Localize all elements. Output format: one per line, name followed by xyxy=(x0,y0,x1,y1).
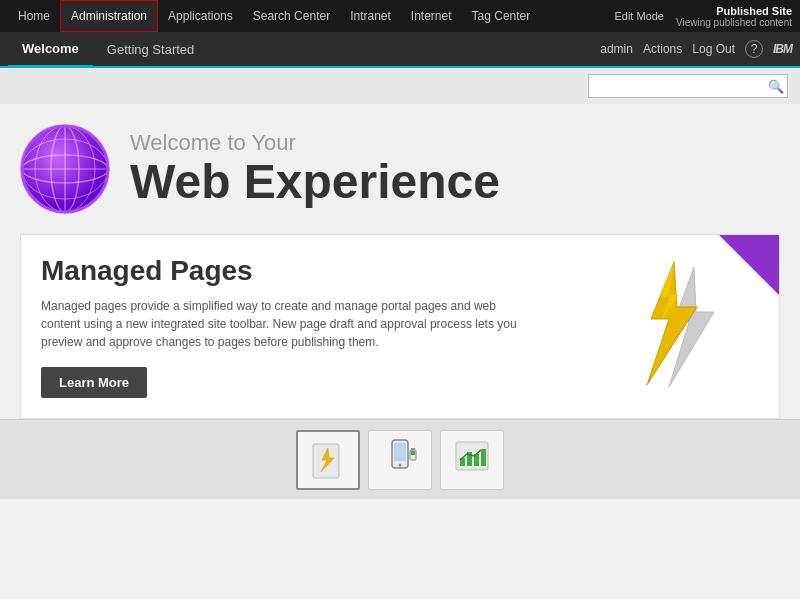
search-input[interactable] xyxy=(588,74,788,98)
nav-home[interactable]: Home xyxy=(8,0,60,32)
bottom-thumbnails xyxy=(0,419,800,499)
welcome-subtitle: Welcome to Your xyxy=(130,130,500,156)
published-site-title: Published Site xyxy=(716,5,792,17)
second-navigation: Welcome Getting Started admin Actions Lo… xyxy=(0,32,800,68)
svg-rect-18 xyxy=(411,448,415,450)
thumbnail-analytics[interactable] xyxy=(440,430,504,490)
managed-pages-description: Managed pages provide a simplified way t… xyxy=(41,297,521,351)
managed-pages-title: Managed Pages xyxy=(41,255,579,287)
second-nav-items: Welcome Getting Started xyxy=(8,31,600,67)
welcome-text: Welcome to Your Web Experience xyxy=(130,130,500,209)
published-site-info: Published Site Viewing published content xyxy=(676,5,792,28)
ibm-logo: IBM xyxy=(773,42,792,56)
edit-mode-button[interactable]: Edit Mode xyxy=(614,10,664,22)
nav-applications[interactable]: Applications xyxy=(158,0,243,32)
second-nav-right: admin Actions Log Out ? IBM xyxy=(600,40,792,58)
main-content: Welcome to Your Web Experience Managed P… xyxy=(0,104,800,419)
tab-getting-started[interactable]: Getting Started xyxy=(93,31,208,67)
learn-more-button[interactable]: Learn More xyxy=(41,367,147,398)
search-wrap: 🔍 xyxy=(588,74,788,98)
managed-pages-card: Managed Pages Managed pages provide a si… xyxy=(20,234,780,419)
search-icon[interactable]: 🔍 xyxy=(768,79,784,94)
svg-point-16 xyxy=(399,463,402,466)
nav-intranet[interactable]: Intranet xyxy=(340,0,401,32)
svg-rect-19 xyxy=(411,451,415,455)
top-navigation: Home Administration Applications Search … xyxy=(0,0,800,32)
lightning-illustration xyxy=(599,257,759,397)
admin-label: admin xyxy=(600,42,633,56)
logout-button[interactable]: Log Out xyxy=(692,42,735,56)
nav-administration[interactable]: Administration xyxy=(60,0,158,32)
svg-rect-24 xyxy=(481,449,486,466)
top-nav-right: Edit Mode Published Site Viewing publish… xyxy=(614,5,792,28)
svg-rect-12 xyxy=(313,444,339,478)
thumbnail-mobile[interactable] xyxy=(368,430,432,490)
welcome-header: Welcome to Your Web Experience xyxy=(20,124,780,214)
help-icon[interactable]: ? xyxy=(745,40,763,58)
nav-tag-center[interactable]: Tag Center xyxy=(462,0,541,32)
globe-icon xyxy=(20,124,110,214)
welcome-title: Web Experience xyxy=(130,156,500,209)
svg-rect-15 xyxy=(394,443,406,461)
search-bar-container: 🔍 xyxy=(0,68,800,104)
actions-button[interactable]: Actions xyxy=(643,42,682,56)
top-nav-items: Home Administration Applications Search … xyxy=(8,0,614,32)
published-site-subtitle: Viewing published content xyxy=(676,17,792,28)
thumbnail-managed-pages[interactable] xyxy=(296,430,360,490)
nav-internet[interactable]: Internet xyxy=(401,0,462,32)
nav-search-center[interactable]: Search Center xyxy=(243,0,340,32)
tab-welcome[interactable]: Welcome xyxy=(8,31,93,67)
